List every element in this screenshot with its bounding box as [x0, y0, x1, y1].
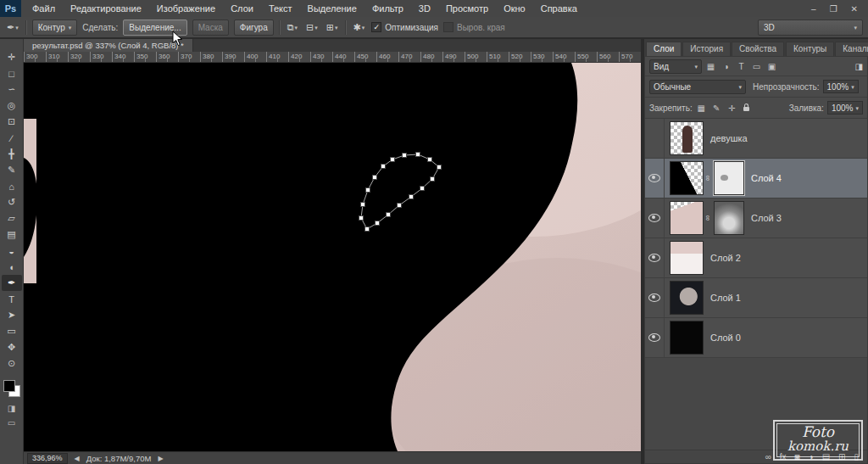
- path-options-gear-button[interactable]: ✱ ▾: [352, 22, 367, 33]
- canvas-image[interactable]: [24, 63, 641, 451]
- layer-row[interactable]: Слой 1: [645, 278, 867, 318]
- path-anchor-point[interactable]: [437, 165, 442, 170]
- quick-mask-button[interactable]: ◨: [8, 404, 15, 413]
- zoom-tool[interactable]: ⊙: [2, 355, 22, 372]
- dodge-tool[interactable]: ◖: [2, 259, 22, 275]
- path-anchor-point[interactable]: [431, 177, 435, 182]
- status-flyout-arrow-icon[interactable]: ▶: [158, 455, 163, 462]
- tool-preset-picker[interactable]: ✒ ▾: [5, 22, 20, 33]
- menu-item-1[interactable]: Редактирование: [63, 0, 149, 17]
- align-edges-checkbox[interactable]: [443, 22, 453, 32]
- optimization-checkbox-group[interactable]: ✓ Оптимизация: [371, 22, 438, 32]
- layer-thumbnail[interactable]: [670, 281, 704, 315]
- panel-tab-secondary-0[interactable]: Контуры: [786, 42, 834, 56]
- lock-position-icon[interactable]: ✛: [726, 103, 737, 113]
- menu-item-8[interactable]: Просмотр: [438, 0, 496, 17]
- minimize-button[interactable]: –: [811, 4, 816, 14]
- layer-visibility-toggle[interactable]: [645, 119, 665, 158]
- optimization-checkbox[interactable]: ✓: [371, 22, 381, 32]
- lasso-tool[interactable]: ∽: [2, 81, 22, 98]
- path-anchor-point[interactable]: [359, 216, 364, 221]
- layer-visibility-toggle[interactable]: [645, 318, 665, 357]
- layer-thumbnail[interactable]: [670, 241, 704, 275]
- blur-tool[interactable]: ◒: [2, 243, 22, 259]
- tool-mode-select[interactable]: Контур ▾: [32, 20, 78, 36]
- menu-item-5[interactable]: Выделение: [300, 0, 364, 17]
- layer-visibility-toggle[interactable]: [645, 198, 665, 238]
- path-anchor-point[interactable]: [373, 176, 377, 180]
- type-tool[interactable]: T: [2, 291, 22, 307]
- menu-item-6[interactable]: Фильтр: [364, 0, 411, 17]
- pen-tool[interactable]: ✒: [2, 275, 22, 291]
- layer-mask-thumbnail[interactable]: [714, 201, 744, 235]
- layer-row[interactable]: ∞Слой 4: [645, 159, 867, 198]
- history-brush-tool[interactable]: ↺: [2, 194, 22, 210]
- path-anchor-point[interactable]: [416, 153, 420, 157]
- gradient-tool[interactable]: ▤: [2, 226, 22, 243]
- layer-row[interactable]: девушка: [645, 119, 867, 159]
- layer-thumbnail[interactable]: [670, 201, 704, 235]
- layer-row[interactable]: ∞Слой 3: [645, 198, 867, 238]
- screen-mode-button[interactable]: ▭: [8, 418, 15, 428]
- clone-stamp-tool[interactable]: ⌂: [2, 178, 22, 194]
- menu-item-7[interactable]: 3D: [411, 0, 438, 17]
- path-anchor-point[interactable]: [365, 227, 370, 232]
- restore-button[interactable]: ❐: [830, 4, 837, 14]
- panel-tab-2[interactable]: Свойства: [732, 42, 784, 56]
- quick-selection-tool[interactable]: ◎: [2, 98, 22, 114]
- rectangular-marquee-tool[interactable]: □: [2, 65, 22, 81]
- layer-thumbnail[interactable]: [670, 161, 704, 195]
- eraser-tool[interactable]: ▱: [2, 210, 22, 226]
- layer-thumbnail[interactable]: [670, 321, 704, 355]
- panel-tab-secondary-1[interactable]: Каналы: [835, 42, 868, 56]
- filter-smart-objects-icon[interactable]: ▣: [766, 62, 777, 71]
- close-button[interactable]: ✕: [851, 4, 858, 14]
- lock-transparency-icon[interactable]: ▦: [696, 103, 707, 113]
- path-selection-tool[interactable]: ➤: [2, 307, 22, 323]
- layer-row[interactable]: Слой 2: [645, 238, 867, 278]
- menu-item-9[interactable]: Окно: [496, 0, 533, 17]
- menu-item-4[interactable]: Текст: [261, 0, 300, 17]
- filter-type-layers-icon[interactable]: T: [736, 62, 747, 71]
- filter-pixel-layers-icon[interactable]: ▦: [705, 62, 716, 71]
- move-tool[interactable]: ✛: [2, 49, 22, 65]
- path-arrange-button[interactable]: ⊞▾: [325, 22, 340, 33]
- healing-brush-tool[interactable]: ╋: [2, 146, 22, 162]
- workspace-switcher[interactable]: 3D ▾: [758, 20, 863, 36]
- document-tab[interactable]: результат.psd @ 337% (Слой 4, RGB/8) *: [24, 39, 193, 52]
- opacity-field[interactable]: 100% ▾: [823, 80, 859, 93]
- layer-thumbnail[interactable]: [670, 121, 704, 155]
- panel-tab-1[interactable]: История: [682, 42, 731, 56]
- make-selection-button[interactable]: Выделение...: [123, 20, 186, 36]
- status-scroll-left-icon[interactable]: ◀: [75, 455, 80, 462]
- lock-pixels-icon[interactable]: ✎: [711, 103, 722, 113]
- path-anchor-point[interactable]: [387, 213, 391, 217]
- path-anchor-point[interactable]: [420, 187, 425, 191]
- menu-item-10[interactable]: Справка: [533, 0, 585, 17]
- path-operations-button[interactable]: ⧉▾: [286, 22, 299, 33]
- foreground-color-swatch[interactable]: [3, 380, 15, 392]
- layer-visibility-toggle[interactable]: [645, 278, 665, 317]
- path-anchor-point[interactable]: [403, 154, 407, 158]
- zoom-level-field[interactable]: 336,96%: [27, 453, 68, 464]
- menu-item-2[interactable]: Изображение: [149, 0, 223, 17]
- blend-mode-select[interactable]: Обычные ▾: [649, 80, 746, 94]
- align-edges-checkbox-group[interactable]: Выров. края: [443, 22, 505, 32]
- eyedropper-tool[interactable]: ∕: [2, 130, 22, 146]
- panel-tab-0[interactable]: Слои: [646, 42, 682, 56]
- layer-visibility-toggle[interactable]: [645, 159, 665, 198]
- path-alignment-button[interactable]: ⊟▾: [304, 22, 320, 33]
- path-anchor-point[interactable]: [398, 204, 402, 208]
- lock-all-icon[interactable]: [742, 103, 752, 114]
- layer-filter-select[interactable]: Вид ▾: [649, 59, 702, 74]
- path-anchor-point[interactable]: [376, 221, 380, 226]
- layer-visibility-toggle[interactable]: [645, 238, 665, 277]
- path-anchor-point[interactable]: [381, 165, 386, 169]
- path-anchor-point[interactable]: [428, 158, 432, 162]
- path-anchor-point[interactable]: [361, 203, 365, 207]
- hand-tool[interactable]: ✥: [2, 339, 22, 355]
- layer-row[interactable]: Слой 0: [645, 318, 867, 358]
- filter-adjustment-layers-icon[interactable]: ◑: [721, 62, 732, 71]
- menu-item-3[interactable]: Слои: [223, 0, 261, 17]
- filter-shape-layers-icon[interactable]: ▭: [751, 62, 762, 71]
